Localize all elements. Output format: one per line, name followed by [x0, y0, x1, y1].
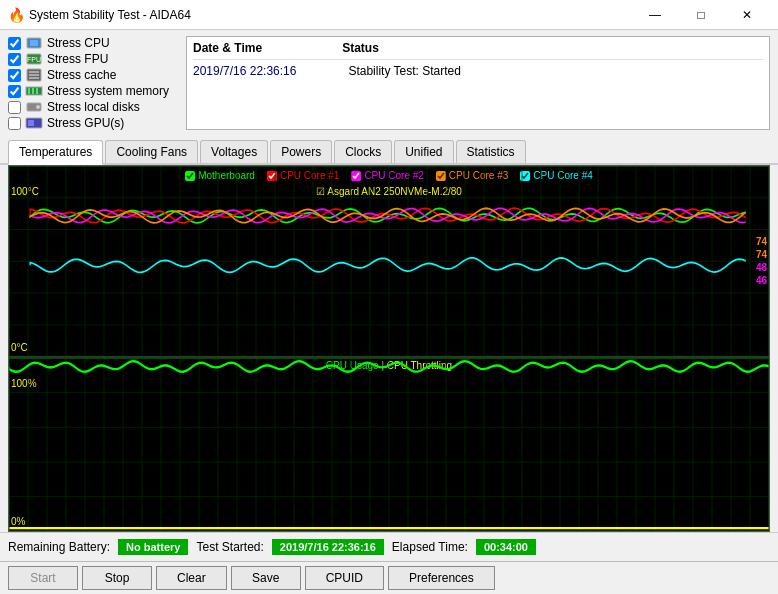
clear-button[interactable]: Clear [156, 566, 227, 590]
cpu-chart-svg [9, 358, 769, 531]
test-started-value: 2019/7/16 22:36:16 [272, 539, 384, 555]
cache-icon [25, 68, 43, 82]
svg-rect-10 [32, 88, 34, 94]
elapsed-label: Elapsed Time: [392, 540, 468, 554]
info-row: 2019/7/16 22:36:16 Stability Test: Start… [193, 64, 763, 78]
checkbox-stress-cache[interactable] [8, 69, 21, 82]
battery-value: No battery [118, 539, 188, 555]
close-button[interactable]: ✕ [724, 0, 770, 30]
tab-statistics[interactable]: Statistics [456, 140, 526, 163]
svg-rect-11 [36, 88, 38, 94]
temp-value-1: 74 [756, 249, 767, 260]
tab-unified[interactable]: Unified [394, 140, 453, 163]
elapsed-value: 00:34:00 [476, 539, 536, 555]
svg-rect-6 [29, 74, 39, 76]
checkbox-stress-cpu[interactable] [8, 37, 21, 50]
svg-rect-1 [30, 40, 38, 46]
status-bar: Remaining Battery: No battery Test Start… [0, 532, 778, 561]
tabs-bar: TemperaturesCooling FansVoltagesPowersCl… [0, 136, 778, 165]
tab-cooling-fans[interactable]: Cooling Fans [105, 140, 198, 163]
checkbox-row-stress-memory: Stress system memory [8, 84, 178, 98]
test-started-label: Test Started: [196, 540, 263, 554]
temp-value-3: 46 [756, 275, 767, 286]
tab-clocks[interactable]: Clocks [334, 140, 392, 163]
checkbox-label-stress-cpu: Stress CPU [47, 36, 110, 50]
temperature-chart: MotherboardCPU Core #1CPU Core #2CPU Cor… [9, 166, 769, 358]
svg-rect-5 [29, 71, 39, 73]
info-panel: Date & Time Status 2019/7/16 22:36:16 St… [186, 36, 770, 130]
checkbox-label-stress-memory: Stress system memory [47, 84, 169, 98]
checkbox-row-stress-cpu: Stress CPU [8, 36, 178, 50]
checkbox-label-stress-cache: Stress cache [47, 68, 116, 82]
temp-values-right: 74744846 [756, 236, 767, 286]
fpu-icon: FPU [25, 52, 43, 66]
window-title: System Stability Test - AIDA64 [29, 8, 632, 22]
tab-voltages[interactable]: Voltages [200, 140, 268, 163]
save-button[interactable]: Save [231, 566, 301, 590]
checkbox-row-stress-gpu: Stress GPU(s) [8, 116, 178, 130]
app-icon: 🔥 [8, 7, 25, 23]
temp-chart-svg [9, 166, 769, 357]
temp-value-0: 74 [756, 236, 767, 247]
temp-value-2: 48 [756, 262, 767, 273]
checkbox-label-stress-fpu: Stress FPU [47, 52, 108, 66]
svg-text:FPU: FPU [27, 56, 41, 63]
title-bar: 🔥 System Stability Test - AIDA64 — □ ✕ [0, 0, 778, 30]
svg-rect-9 [28, 88, 30, 94]
tab-temperatures[interactable]: Temperatures [8, 140, 103, 165]
col-datetime: Date & Time [193, 41, 262, 55]
col-status: Status [342, 41, 379, 55]
start-button: Start [8, 566, 78, 590]
charts-area: MotherboardCPU Core #1CPU Core #2CPU Cor… [8, 165, 770, 532]
checkbox-stress-fpu[interactable] [8, 53, 21, 66]
checkbox-stress-gpu[interactable] [8, 117, 21, 130]
gpu-icon [25, 116, 43, 130]
checkbox-stress-local[interactable] [8, 101, 21, 114]
button-bar: StartStopClearSaveCPUIDPreferences [0, 561, 778, 594]
disk-icon [25, 100, 43, 114]
minimize-button[interactable]: — [632, 0, 678, 30]
main-content: Stress CPUFPUStress FPUStress cacheStres… [0, 30, 778, 594]
svg-rect-7 [29, 77, 39, 79]
test-status: Stability Test: Started [348, 64, 461, 78]
svg-point-13 [36, 105, 40, 109]
preferences-button[interactable]: Preferences [388, 566, 495, 590]
checkbox-row-stress-fpu: FPUStress FPU [8, 52, 178, 66]
maximize-button[interactable]: □ [678, 0, 724, 30]
checkbox-row-stress-cache: Stress cache [8, 68, 178, 82]
checkbox-label-stress-gpu: Stress GPU(s) [47, 116, 124, 130]
svg-rect-15 [28, 120, 34, 126]
stop-button[interactable]: Stop [82, 566, 152, 590]
checkbox-stress-memory[interactable] [8, 85, 21, 98]
memory-icon [25, 84, 43, 98]
cpu-usage-chart: CPU Usage | CPU Throttling 100% 0% 100% … [9, 358, 769, 531]
stress-options: Stress CPUFPUStress FPUStress cacheStres… [8, 36, 178, 130]
cpu-icon [25, 36, 43, 50]
test-date: 2019/7/16 22:36:16 [193, 64, 296, 78]
tab-powers[interactable]: Powers [270, 140, 332, 163]
info-header: Date & Time Status [193, 41, 763, 60]
cpuid-button[interactable]: CPUID [305, 566, 384, 590]
checkbox-row-stress-local: Stress local disks [8, 100, 178, 114]
battery-label: Remaining Battery: [8, 540, 110, 554]
window-controls: — □ ✕ [632, 0, 770, 30]
checkbox-label-stress-local: Stress local disks [47, 100, 140, 114]
top-section: Stress CPUFPUStress FPUStress cacheStres… [0, 30, 778, 136]
